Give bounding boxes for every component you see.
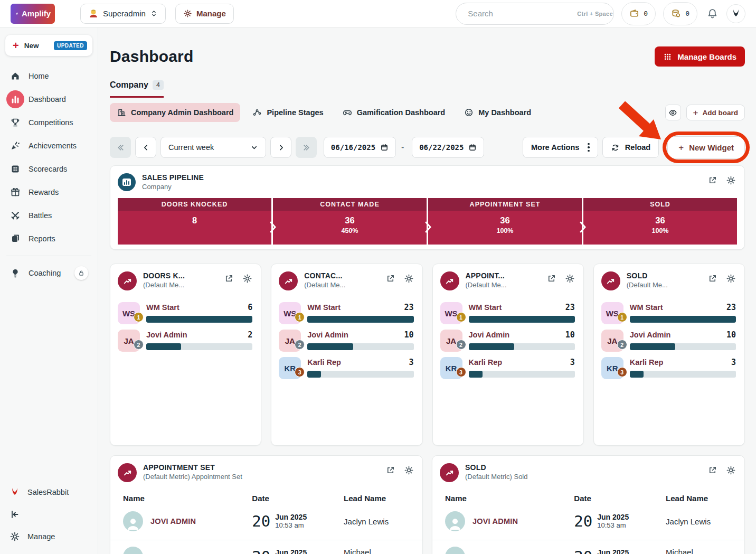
expand-icon[interactable]	[707, 465, 717, 475]
tokens-counter[interactable]: 0	[663, 2, 697, 25]
row-value: 10	[404, 330, 413, 340]
gear-icon[interactable]	[242, 274, 252, 284]
sidebar-item-scorecards[interactable]: Scorecards	[5, 157, 92, 181]
collapse-sidebar-button[interactable]	[5, 503, 92, 525]
stage-value: 8	[192, 215, 197, 226]
more-actions-button[interactable]: More Actions	[523, 137, 598, 158]
progress-bar	[307, 371, 413, 378]
avatar: KR3	[440, 357, 462, 379]
sidebar-item-reports[interactable]: Reports	[5, 227, 92, 250]
notifications-button[interactable]	[707, 8, 718, 19]
board-tab-pipeline-stages[interactable]: Pipeline Stages	[245, 103, 330, 122]
expand-icon[interactable]	[707, 175, 717, 185]
row-user-name: JOVI ADMIN	[150, 517, 196, 525]
board-tab-my-dashboard[interactable]: My Dashboard	[457, 103, 538, 122]
last-period-button[interactable]	[296, 137, 317, 158]
calendar-icon	[380, 143, 389, 152]
sidebar-item-new[interactable]: + New UPDATED	[5, 35, 92, 56]
sidebar-item-achievements[interactable]: Achievements	[5, 134, 92, 157]
amplify-logo[interactable]: Amplify	[11, 4, 55, 24]
expand-icon[interactable]	[385, 274, 395, 284]
sidebar-nav: Home Dashboard Competitions Achievements…	[5, 64, 92, 285]
search-input[interactable]	[468, 9, 573, 18]
row-day: 20	[574, 512, 592, 530]
gear-icon[interactable]	[404, 465, 414, 475]
new-widget-highlight: + New Widget	[667, 136, 745, 158]
date-range-value: Current week	[168, 143, 214, 152]
progress-bar	[469, 343, 575, 350]
rank-badge: 1	[134, 312, 144, 322]
board-tab-label: Gamification Dashboard	[357, 108, 446, 117]
search-bar[interactable]: Ctrl + Space	[456, 3, 614, 25]
manage-boards-button[interactable]: Manage Boards	[655, 46, 745, 67]
account-avatar[interactable]	[726, 4, 745, 23]
table-row[interactable]: JOVI ADMIN 20Jun 202510:53 am Michael Dr…	[432, 540, 744, 554]
stage-label: SOLD	[583, 198, 737, 211]
sidebar-item-rewards[interactable]: Rewards	[5, 181, 92, 204]
stage-percent: 100%	[652, 227, 669, 234]
start-date-field[interactable]: 06/16/2025	[324, 137, 396, 158]
trophy-icon	[10, 117, 21, 128]
table-widget-sold: SOLD (Default Metric) Sold Name Date Lea…	[432, 455, 745, 554]
metric-widget-doors-knocked: DOORS K... (Default Me... WS1 WM Start6	[110, 264, 261, 446]
add-board-button[interactable]: + Add board	[686, 105, 745, 120]
table-row[interactable]: JOVI ADMIN 20Jun 202510:53 am Jaclyn Lew…	[432, 505, 744, 538]
rank-badge: 3	[295, 367, 305, 377]
gear-icon[interactable]	[726, 465, 736, 475]
wallet-counter[interactable]: 0	[621, 2, 656, 25]
sidebar-item-battles[interactable]: Battles	[5, 204, 92, 227]
gear-icon[interactable]	[726, 175, 736, 185]
gear-icon[interactable]	[726, 274, 736, 284]
next-period-button[interactable]	[270, 137, 291, 158]
new-label: New	[24, 42, 39, 50]
end-date-field[interactable]: 06/22/2025	[412, 137, 484, 158]
manage-button[interactable]: Manage	[175, 4, 234, 24]
row-name: WM Start	[307, 303, 341, 312]
expand-icon[interactable]	[224, 274, 234, 284]
widget-subtitle: (Default Me...	[627, 281, 701, 289]
sidebar-item-coaching[interactable]: Coaching	[5, 261, 92, 285]
table-row[interactable]: JOVI ADMIN 20Jun 202510:53 am Michael Dr…	[110, 540, 422, 554]
sidebar-item-dashboard[interactable]: Dashboard	[5, 88, 92, 111]
sidebar-item-competitions[interactable]: Competitions	[5, 111, 92, 134]
board-tab-label: Company Admin Dashboard	[131, 108, 233, 117]
row-month: Jun 2025	[597, 548, 629, 554]
tab-company[interactable]: Company 4	[110, 80, 164, 98]
table-header-row: Name Date Lead Name	[110, 494, 422, 503]
sidebar-manage-link[interactable]: Manage	[5, 525, 92, 548]
stage-percent: 450%	[342, 227, 358, 234]
sidebar-item-home[interactable]: Home	[5, 64, 92, 88]
salesrabbit-link[interactable]: SalesRabbit	[5, 481, 92, 503]
user-menu[interactable]: Superadmin	[80, 4, 166, 24]
reload-button[interactable]: Reload	[602, 137, 659, 158]
column-header-name: Name	[445, 494, 574, 503]
visibility-button[interactable]	[665, 105, 681, 120]
progress-bar	[630, 316, 736, 323]
new-widget-button[interactable]: + New Widget	[667, 136, 745, 158]
date-separator: -	[401, 143, 404, 152]
trend-icon	[440, 271, 459, 290]
board-tab-company-admin-dashboard[interactable]: Company Admin Dashboard	[110, 103, 240, 122]
previous-period-button[interactable]	[135, 137, 156, 158]
column-header-lead-name: Lead Name	[666, 494, 732, 503]
row-name: WM Start	[630, 303, 663, 312]
gear-icon[interactable]	[404, 274, 414, 284]
lock-icon	[74, 266, 88, 280]
expand-icon[interactable]	[707, 274, 717, 284]
expand-icon[interactable]	[546, 274, 556, 284]
date-range-select[interactable]: Current week	[160, 137, 266, 158]
first-period-button[interactable]	[110, 137, 131, 158]
salesrabbit-label: SalesRabbit	[27, 488, 69, 496]
avatar: WS1	[440, 302, 462, 324]
row-value: 3	[409, 358, 413, 367]
board-tab-gamification-dashboard[interactable]: Gamification Dashboard	[336, 103, 452, 122]
chevron-down-icon	[250, 144, 258, 152]
expand-icon[interactable]	[385, 465, 395, 475]
widget-subtitle: (Default Me...	[304, 281, 379, 289]
gear-icon[interactable]	[565, 274, 575, 284]
table-row[interactable]: JOVI ADMIN 20Jun 202510:53 am Jaclyn Lew…	[110, 505, 422, 538]
stage-label: APPOINTMENT SET	[428, 198, 582, 211]
widget-title: APPOINTMENT SET	[143, 463, 379, 472]
funnel-chevron-icon	[270, 221, 276, 233]
confetti-icon	[10, 140, 21, 152]
